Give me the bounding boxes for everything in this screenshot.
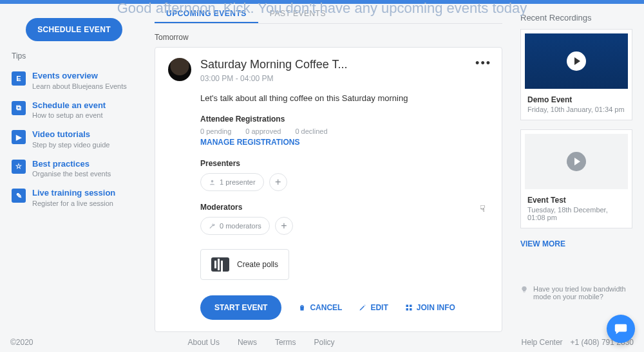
tip-title: Video tutorials xyxy=(32,129,109,140)
host-avatar xyxy=(168,58,191,81)
event-time: 03:00 PM - 04:00 PM xyxy=(200,74,347,83)
svg-rect-4 xyxy=(410,308,412,311)
edit-event-button[interactable]: EDIT xyxy=(359,303,388,312)
svg-rect-3 xyxy=(406,308,408,311)
cancel-event-button[interactable]: CANCEL xyxy=(298,303,342,312)
pencil-icon xyxy=(359,304,366,311)
recording-card[interactable]: Event Test Tuesday, 18th December, 01:08… xyxy=(520,129,632,228)
event-tabs: UPCOMING EVENTS PAST EVENTS xyxy=(155,5,502,24)
section-tomorrow: Tomorrow xyxy=(155,33,502,42)
tip-video-tutorials[interactable]: ▶ Video tutorials Step by step video gui… xyxy=(10,124,138,154)
tab-upcoming-events[interactable]: UPCOMING EVENTS xyxy=(155,5,258,23)
event-title[interactable]: Saturday Morning Coffee T... xyxy=(200,58,347,71)
tip-subtitle: Step by step video guide xyxy=(32,141,109,149)
create-polls-button[interactable]: Create polls xyxy=(200,249,289,280)
play-icon xyxy=(567,152,586,171)
recent-recordings-panel: Recent Recordings Demo Event Friday, 10t… xyxy=(515,4,644,333)
schedule-event-button[interactable]: SCHEDULE EVENT xyxy=(26,18,122,41)
moderators-heading: Moderators xyxy=(200,203,489,212)
tip-subtitle: Organise the best events xyxy=(32,170,111,178)
play-icon xyxy=(567,51,586,71)
join-info-button[interactable]: JOIN INFO xyxy=(405,303,455,312)
footer-link-about[interactable]: About Us xyxy=(188,338,220,347)
footer-link-terms[interactable]: Terms xyxy=(275,338,296,347)
main-content: UPCOMING EVENTS PAST EVENTS Tomorrow Sat… xyxy=(148,4,515,333)
star-icon: ☆ xyxy=(12,160,26,174)
svg-rect-2 xyxy=(410,305,412,308)
presenter-count-chip[interactable]: 1 presenter xyxy=(200,173,264,191)
add-presenter-button[interactable]: + xyxy=(269,173,287,191)
tip-title: Live training session xyxy=(32,188,115,198)
recording-card[interactable]: Demo Event Friday, 10th January, 01:34 p… xyxy=(520,29,632,120)
tip-title: Schedule an event xyxy=(32,100,106,111)
registrations-declined: 0 declined xyxy=(295,127,327,135)
view-more-link[interactable]: VIEW MORE xyxy=(520,239,565,248)
presenter-count-label: 1 presenter xyxy=(220,178,256,186)
user-icon xyxy=(209,179,216,186)
chat-icon xyxy=(614,322,628,336)
tip-best-practices[interactable]: ☆ Best practices Organise the best event… xyxy=(10,154,138,183)
wrench-icon xyxy=(209,223,216,230)
footer-link-policy[interactable]: Policy xyxy=(314,338,335,347)
tip-title: Events overview xyxy=(32,71,127,81)
tip-title: Best practices xyxy=(32,159,111,169)
svg-rect-1 xyxy=(406,305,408,308)
tip-events-overview[interactable]: E Events overview Learn about Bluejeans … xyxy=(10,66,138,95)
help-center-link[interactable]: Help Center xyxy=(522,338,563,347)
recording-date: Friday, 10th January, 01:34 pm xyxy=(527,106,625,113)
moderator-count-chip[interactable]: 0 moderators xyxy=(200,217,270,235)
tips-heading: Tips xyxy=(12,51,138,60)
tip-subtitle: How to setup an event xyxy=(32,111,106,119)
presenters-heading: Presenters xyxy=(200,159,489,168)
lightbulb-icon xyxy=(520,286,528,293)
moderator-count-label: 0 moderators xyxy=(220,222,261,230)
recording-title: Event Test xyxy=(527,196,625,205)
recent-recordings-heading: Recent Recordings xyxy=(520,13,632,23)
sidebar: SCHEDULE EVENT Tips E Events overview Le… xyxy=(0,4,148,333)
start-event-button[interactable]: START EVENT xyxy=(200,295,281,320)
event-card: Saturday Morning Coffee T... 03:00 PM - … xyxy=(155,47,502,332)
bandwidth-hint: Have you tried low bandwidth mode on you… xyxy=(520,285,632,301)
tip-subtitle: Learn about Bluejeans Events xyxy=(32,82,127,90)
trash-icon xyxy=(298,304,306,311)
add-moderator-button[interactable]: + xyxy=(275,217,293,235)
grid-icon xyxy=(405,304,413,311)
tab-past-events[interactable]: PAST EVENTS xyxy=(258,5,337,23)
copyright: ©2020 xyxy=(10,338,33,347)
footer: ©2020 About Us News Terms Policy Help Ce… xyxy=(0,338,644,347)
calendar-icon: ⧉ xyxy=(12,101,26,115)
letter-e-icon: E xyxy=(12,71,26,86)
tip-subtitle: Register for a live session xyxy=(32,199,115,207)
video-icon: ▶ xyxy=(12,130,26,144)
registrations-approved: 0 approved xyxy=(245,127,281,135)
chat-widget-button[interactable] xyxy=(607,315,635,343)
recording-thumbnail[interactable] xyxy=(525,134,628,189)
tip-live-training[interactable]: ✎ Live training session Register for a l… xyxy=(10,183,138,212)
recording-title: Demo Event xyxy=(527,95,625,104)
recording-thumbnail[interactable] xyxy=(525,33,628,89)
poll-icon xyxy=(211,257,229,272)
svg-point-0 xyxy=(211,180,214,182)
tip-schedule-event[interactable]: ⧉ Schedule an event How to setup an even… xyxy=(10,95,138,125)
registrations-heading: Attendee Registrations xyxy=(200,115,489,124)
more-options-button[interactable]: ••• xyxy=(475,57,491,70)
manage-registrations-link[interactable]: MANAGE REGISTRATIONS xyxy=(200,138,299,147)
recording-date: Tuesday, 18th December, 01:08 pm xyxy=(527,206,625,221)
footer-link-news[interactable]: News xyxy=(238,338,257,347)
pencil-icon: ✎ xyxy=(12,189,26,203)
registrations-pending: 0 pending xyxy=(200,127,231,135)
create-polls-label: Create polls xyxy=(237,260,278,269)
event-description: Let's talk about all thing coffee on thi… xyxy=(200,93,489,103)
